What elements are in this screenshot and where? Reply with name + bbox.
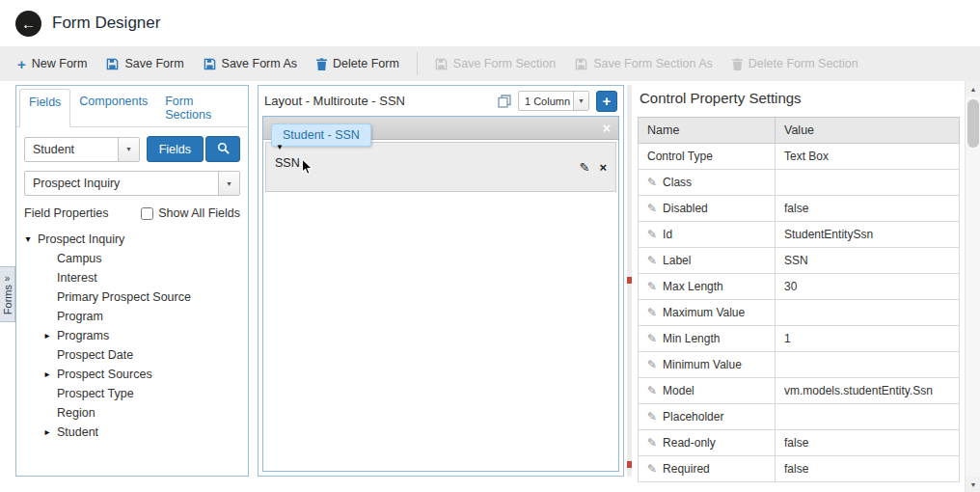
show-all-fields-checkbox[interactable]: [141, 207, 153, 220]
tree-collapsed-icon[interactable]: ▸: [41, 330, 53, 342]
form-row: Prospect Inquiry ▼: [16, 162, 248, 196]
tree-expanded-icon[interactable]: ▾: [22, 233, 34, 245]
fields-panel: Fields Components Form Sections Student …: [15, 85, 249, 477]
tree-item-prospect-date[interactable]: Prospect Date: [22, 345, 242, 365]
tab-components[interactable]: Components: [70, 89, 156, 127]
fields-tree: ▾ Prospect Inquiry Campus Interest Prima…: [16, 225, 248, 476]
tree-item-primary-prospect-source[interactable]: Primary Prospect Source: [22, 287, 242, 307]
save-icon: [106, 58, 119, 70]
properties-title: Control Property Settings: [640, 90, 960, 106]
table-row: Control Type Text Box: [639, 144, 960, 170]
new-form-button[interactable]: + New Form: [8, 51, 96, 76]
property-name: ✎Required: [639, 456, 776, 482]
property-value[interactable]: SSN: [776, 248, 960, 274]
property-name: ✎Min Length: [639, 326, 776, 352]
toolbar: + New Form Save Form Save Form As Delete…: [0, 46, 980, 81]
save-form-button[interactable]: Save Form: [96, 51, 193, 76]
property-name: ✎Maximum Value: [639, 300, 776, 326]
search-button[interactable]: [205, 136, 240, 162]
property-value[interactable]: false: [776, 430, 960, 456]
property-value[interactable]: StudentEntitySsn: [776, 222, 960, 248]
layout-title: Layout - Multiroute - SSN: [264, 94, 491, 108]
property-name: ✎Minimum Value: [639, 352, 776, 378]
scrollbar-thumb[interactable]: [967, 99, 979, 148]
tree-item-program[interactable]: Program: [22, 307, 242, 326]
property-value[interactable]: 30: [776, 274, 960, 300]
edit-pencil-icon: ✎: [647, 332, 657, 345]
property-name: ✎Max Length: [639, 274, 776, 300]
property-name: ✎Model: [639, 378, 776, 404]
property-value[interactable]: false: [776, 456, 960, 482]
column-dropdown[interactable]: 1 Column ▼: [518, 91, 589, 111]
tree-item-prospect-type[interactable]: Prospect Type: [22, 384, 242, 403]
layout-panel: Layout - Multiroute - SSN 1 Column ▼ + ×…: [258, 85, 624, 477]
column-header-name: Name: [639, 118, 776, 144]
delete-form-button[interactable]: Delete Form: [307, 51, 409, 76]
double-chevron-icon: »: [5, 274, 11, 284]
property-value[interactable]: false: [776, 196, 960, 222]
property-name: ✎Placeholder: [639, 404, 776, 430]
save-form-as-button[interactable]: Save Form As: [194, 51, 308, 76]
chevron-down-icon[interactable]: ▼: [573, 92, 588, 110]
tab-fields[interactable]: Fields: [19, 89, 70, 127]
delete-x-icon[interactable]: ×: [599, 160, 607, 175]
chevron-down-icon[interactable]: ▼: [118, 138, 139, 161]
table-row: ✎Class: [639, 170, 960, 196]
tree-item-student[interactable]: ▸ Student: [22, 423, 242, 442]
property-value[interactable]: [776, 404, 960, 430]
forms-edge-tab-label: Forms: [2, 285, 14, 314]
tree-item-programs[interactable]: ▸ Programs: [22, 326, 242, 345]
table-row: ✎Minimum Value: [639, 352, 960, 378]
scroll-marker: [627, 277, 632, 284]
property-value[interactable]: [776, 300, 960, 326]
property-value[interactable]: vm.models.studentEntity.Ssn: [776, 378, 960, 404]
tree-collapsed-icon[interactable]: ▸: [41, 369, 53, 380]
property-value[interactable]: 1: [776, 326, 960, 352]
trash-icon: [316, 58, 327, 70]
trash-icon: [732, 58, 743, 70]
back-button[interactable]: ←: [15, 11, 41, 37]
field-row-label: SSN: [275, 156, 300, 170]
scroll-up-icon[interactable]: ▲: [966, 81, 980, 96]
delete-form-section-button: Delete Form Section: [722, 51, 868, 76]
middle-scroll-strip: [627, 85, 632, 477]
drag-chip[interactable]: Student - SSN: [271, 123, 371, 147]
tab-form-sections[interactable]: Form Sections: [156, 89, 245, 127]
tree-collapsed-icon[interactable]: ▸: [41, 426, 53, 438]
forms-edge-tab[interactable]: » Forms: [0, 266, 15, 322]
edit-pencil-icon: ✎: [647, 410, 657, 424]
fields-button[interactable]: Fields: [147, 136, 204, 162]
field-row-ssn[interactable]: SSN ✎ ×: [265, 142, 616, 192]
layout-panel-header: Layout - Multiroute - SSN 1 Column ▼ +: [259, 86, 623, 116]
table-row: ✎Max Length 30: [639, 274, 960, 300]
show-all-fields-label: Show All Fields: [158, 206, 240, 220]
drop-indicator-icon: ▼: [276, 144, 284, 151]
tree-root[interactable]: ▾ Prospect Inquiry: [22, 230, 242, 249]
tree-item-region[interactable]: Region: [22, 403, 242, 423]
save-icon: [575, 58, 587, 70]
properties-table: Name Value Control Type Text Box ✎Class …: [638, 117, 960, 482]
scroll-down-icon[interactable]: ▼: [966, 477, 980, 492]
property-value[interactable]: Text Box: [776, 144, 960, 170]
edit-pencil-icon[interactable]: ✎: [580, 160, 590, 175]
edit-pencil-icon: ✎: [647, 358, 657, 371]
edit-pencil-icon: ✎: [647, 228, 657, 241]
tree-item-campus[interactable]: Campus: [22, 249, 242, 268]
property-name: ✎Label: [639, 248, 776, 274]
vertical-scrollbar[interactable]: ▲ ▼: [965, 81, 980, 492]
copy-layout-icon[interactable]: [498, 95, 511, 108]
close-icon[interactable]: ×: [603, 122, 611, 135]
property-value[interactable]: [776, 170, 960, 196]
tree-item-interest[interactable]: Interest: [22, 268, 242, 287]
property-name: ✎Read-only: [639, 430, 776, 456]
property-value[interactable]: [776, 352, 960, 378]
entity-dropdown[interactable]: Student ▼: [24, 137, 140, 162]
property-name: Control Type: [639, 144, 776, 170]
add-section-button[interactable]: +: [596, 91, 617, 112]
form-dropdown[interactable]: Prospect Inquiry ▼: [24, 171, 240, 196]
edit-pencil-icon: ✎: [647, 176, 657, 189]
tree-item-prospect-sources[interactable]: ▸ Prospect Sources: [22, 365, 242, 384]
chevron-down-icon[interactable]: ▼: [218, 172, 239, 195]
table-row: ✎Read-only false: [639, 430, 960, 456]
table-row: ✎Maximum Value: [639, 300, 960, 326]
